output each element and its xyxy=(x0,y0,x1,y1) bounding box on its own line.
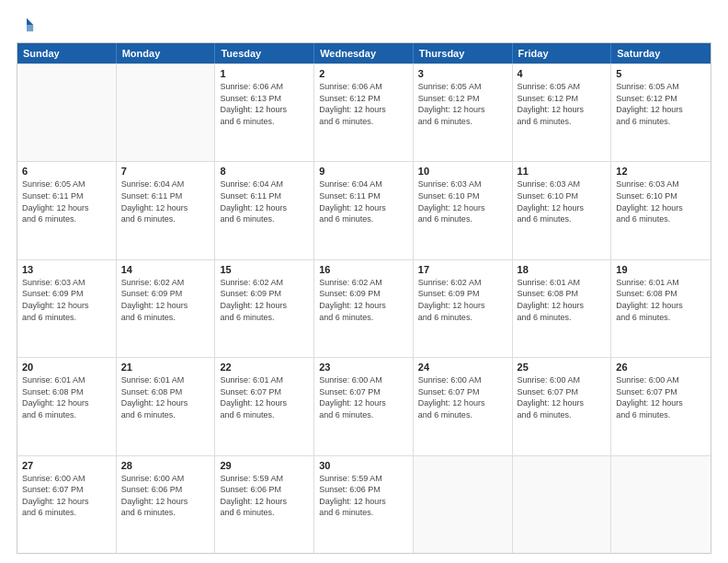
calendar-cell: 24Sunrise: 6:00 AM Sunset: 6:07 PM Dayli… xyxy=(414,358,513,454)
calendar-day-label: Tuesday xyxy=(215,43,314,63)
cell-info: Sunrise: 6:02 AM Sunset: 6:09 PM Dayligh… xyxy=(121,277,210,323)
day-number: 30 xyxy=(319,460,408,471)
cell-info: Sunrise: 6:00 AM Sunset: 6:07 PM Dayligh… xyxy=(319,374,408,420)
calendar-cell: 14Sunrise: 6:02 AM Sunset: 6:09 PM Dayli… xyxy=(117,260,216,357)
calendar-cell: 17Sunrise: 6:02 AM Sunset: 6:09 PM Dayli… xyxy=(414,260,513,357)
cell-info: Sunrise: 6:00 AM Sunset: 6:06 PM Dayligh… xyxy=(121,473,210,519)
calendar-cell: 7Sunrise: 6:04 AM Sunset: 6:11 PM Daylig… xyxy=(117,162,216,259)
day-number: 4 xyxy=(518,68,607,79)
day-number: 20 xyxy=(22,362,111,373)
day-number: 29 xyxy=(220,460,309,471)
calendar-cell: 23Sunrise: 6:00 AM Sunset: 6:07 PM Dayli… xyxy=(314,358,414,454)
day-number: 18 xyxy=(518,264,607,275)
calendar-row: 6Sunrise: 6:05 AM Sunset: 6:11 PM Daylig… xyxy=(17,161,711,259)
cell-info: Sunrise: 6:05 AM Sunset: 6:12 PM Dayligh… xyxy=(418,81,507,127)
calendar-cell: 26Sunrise: 6:00 AM Sunset: 6:07 PM Dayli… xyxy=(611,358,711,454)
calendar-cell: 4Sunrise: 6:05 AM Sunset: 6:12 PM Daylig… xyxy=(513,64,612,161)
day-number: 25 xyxy=(518,362,607,373)
day-number: 24 xyxy=(418,362,507,373)
day-number: 13 xyxy=(22,264,111,275)
calendar-header: SundayMondayTuesdayWednesdayThursdayFrid… xyxy=(17,43,711,63)
calendar-cell: 6Sunrise: 6:05 AM Sunset: 6:11 PM Daylig… xyxy=(17,162,117,259)
cell-info: Sunrise: 6:01 AM Sunset: 6:07 PM Dayligh… xyxy=(220,374,309,420)
calendar-body: 1Sunrise: 6:06 AM Sunset: 6:13 PM Daylig… xyxy=(17,63,711,553)
calendar-cell: 30Sunrise: 5:59 AM Sunset: 6:06 PM Dayli… xyxy=(314,456,414,553)
day-number: 22 xyxy=(220,362,309,373)
day-number: 2 xyxy=(319,68,408,79)
day-number: 1 xyxy=(220,68,309,79)
day-number: 23 xyxy=(319,362,408,373)
day-number: 9 xyxy=(319,166,408,177)
calendar-cell xyxy=(414,456,513,553)
calendar-cell: 2Sunrise: 6:06 AM Sunset: 6:12 PM Daylig… xyxy=(314,64,414,161)
calendar-cell: 25Sunrise: 6:00 AM Sunset: 6:07 PM Dayli… xyxy=(513,358,612,454)
cell-info: Sunrise: 6:03 AM Sunset: 6:10 PM Dayligh… xyxy=(518,178,607,224)
logo-icon xyxy=(18,17,35,33)
day-number: 19 xyxy=(616,264,706,275)
cell-info: Sunrise: 6:00 AM Sunset: 6:07 PM Dayligh… xyxy=(616,374,706,420)
cell-info: Sunrise: 6:00 AM Sunset: 6:07 PM Dayligh… xyxy=(418,374,507,420)
day-number: 5 xyxy=(616,68,706,79)
calendar-cell xyxy=(611,456,711,553)
calendar-row: 27Sunrise: 6:00 AM Sunset: 6:07 PM Dayli… xyxy=(17,455,711,553)
calendar-day-label: Wednesday xyxy=(314,43,414,63)
calendar-cell: 10Sunrise: 6:03 AM Sunset: 6:10 PM Dayli… xyxy=(414,162,513,259)
day-number: 7 xyxy=(121,166,210,177)
cell-info: Sunrise: 6:05 AM Sunset: 6:12 PM Dayligh… xyxy=(616,81,706,127)
calendar-cell: 16Sunrise: 6:02 AM Sunset: 6:09 PM Dayli… xyxy=(314,260,414,357)
cell-info: Sunrise: 6:03 AM Sunset: 6:09 PM Dayligh… xyxy=(22,277,111,323)
day-number: 21 xyxy=(121,362,210,373)
day-number: 17 xyxy=(418,264,507,275)
calendar-row: 1Sunrise: 6:06 AM Sunset: 6:13 PM Daylig… xyxy=(17,63,711,161)
cell-info: Sunrise: 5:59 AM Sunset: 6:06 PM Dayligh… xyxy=(220,473,309,519)
cell-info: Sunrise: 5:59 AM Sunset: 6:06 PM Dayligh… xyxy=(319,473,408,519)
cell-info: Sunrise: 6:01 AM Sunset: 6:08 PM Dayligh… xyxy=(518,277,607,323)
cell-info: Sunrise: 6:06 AM Sunset: 6:12 PM Dayligh… xyxy=(319,81,408,127)
calendar-cell: 21Sunrise: 6:01 AM Sunset: 6:08 PM Dayli… xyxy=(117,358,216,454)
calendar-cell: 1Sunrise: 6:06 AM Sunset: 6:13 PM Daylig… xyxy=(215,64,314,161)
calendar-cell: 18Sunrise: 6:01 AM Sunset: 6:08 PM Dayli… xyxy=(513,260,612,357)
logo xyxy=(17,17,35,33)
cell-info: Sunrise: 6:01 AM Sunset: 6:08 PM Dayligh… xyxy=(22,374,111,420)
cell-info: Sunrise: 6:03 AM Sunset: 6:10 PM Dayligh… xyxy=(616,178,706,224)
calendar-cell: 3Sunrise: 6:05 AM Sunset: 6:12 PM Daylig… xyxy=(414,64,513,161)
day-number: 14 xyxy=(121,264,210,275)
cell-info: Sunrise: 6:02 AM Sunset: 6:09 PM Dayligh… xyxy=(418,277,507,323)
cell-info: Sunrise: 6:01 AM Sunset: 6:08 PM Dayligh… xyxy=(121,374,210,420)
cell-info: Sunrise: 6:02 AM Sunset: 6:09 PM Dayligh… xyxy=(220,277,309,323)
day-number: 12 xyxy=(616,166,706,177)
cell-info: Sunrise: 6:03 AM Sunset: 6:10 PM Dayligh… xyxy=(418,178,507,224)
calendar-cell: 27Sunrise: 6:00 AM Sunset: 6:07 PM Dayli… xyxy=(17,456,117,553)
calendar: SundayMondayTuesdayWednesdayThursdayFrid… xyxy=(17,42,711,554)
calendar-cell xyxy=(17,64,117,161)
calendar-cell xyxy=(117,64,216,161)
calendar-cell xyxy=(513,456,612,553)
calendar-cell: 19Sunrise: 6:01 AM Sunset: 6:08 PM Dayli… xyxy=(611,260,711,357)
day-number: 16 xyxy=(319,264,408,275)
header xyxy=(17,17,711,33)
calendar-row: 20Sunrise: 6:01 AM Sunset: 6:08 PM Dayli… xyxy=(17,357,711,454)
day-number: 26 xyxy=(616,362,706,373)
cell-info: Sunrise: 6:04 AM Sunset: 6:11 PM Dayligh… xyxy=(121,178,210,224)
cell-info: Sunrise: 6:05 AM Sunset: 6:12 PM Dayligh… xyxy=(518,81,607,127)
cell-info: Sunrise: 6:02 AM Sunset: 6:09 PM Dayligh… xyxy=(319,277,408,323)
day-number: 3 xyxy=(418,68,507,79)
day-number: 10 xyxy=(418,166,507,177)
calendar-day-label: Friday xyxy=(513,43,612,63)
cell-info: Sunrise: 6:04 AM Sunset: 6:11 PM Dayligh… xyxy=(319,178,408,224)
day-number: 8 xyxy=(220,166,309,177)
day-number: 28 xyxy=(121,460,210,471)
cell-info: Sunrise: 6:01 AM Sunset: 6:08 PM Dayligh… xyxy=(616,277,706,323)
cell-info: Sunrise: 6:04 AM Sunset: 6:11 PM Dayligh… xyxy=(220,178,309,224)
calendar-cell: 22Sunrise: 6:01 AM Sunset: 6:07 PM Dayli… xyxy=(215,358,314,454)
calendar-cell: 20Sunrise: 6:01 AM Sunset: 6:08 PM Dayli… xyxy=(17,358,117,454)
calendar-cell: 13Sunrise: 6:03 AM Sunset: 6:09 PM Dayli… xyxy=(17,260,117,357)
cell-info: Sunrise: 6:05 AM Sunset: 6:11 PM Dayligh… xyxy=(22,178,111,224)
day-number: 11 xyxy=(518,166,607,177)
cell-info: Sunrise: 6:06 AM Sunset: 6:13 PM Dayligh… xyxy=(220,81,309,127)
calendar-day-label: Saturday xyxy=(611,43,711,63)
calendar-cell: 8Sunrise: 6:04 AM Sunset: 6:11 PM Daylig… xyxy=(215,162,314,259)
day-number: 6 xyxy=(22,166,111,177)
calendar-cell: 28Sunrise: 6:00 AM Sunset: 6:06 PM Dayli… xyxy=(117,456,216,553)
calendar-cell: 12Sunrise: 6:03 AM Sunset: 6:10 PM Dayli… xyxy=(611,162,711,259)
